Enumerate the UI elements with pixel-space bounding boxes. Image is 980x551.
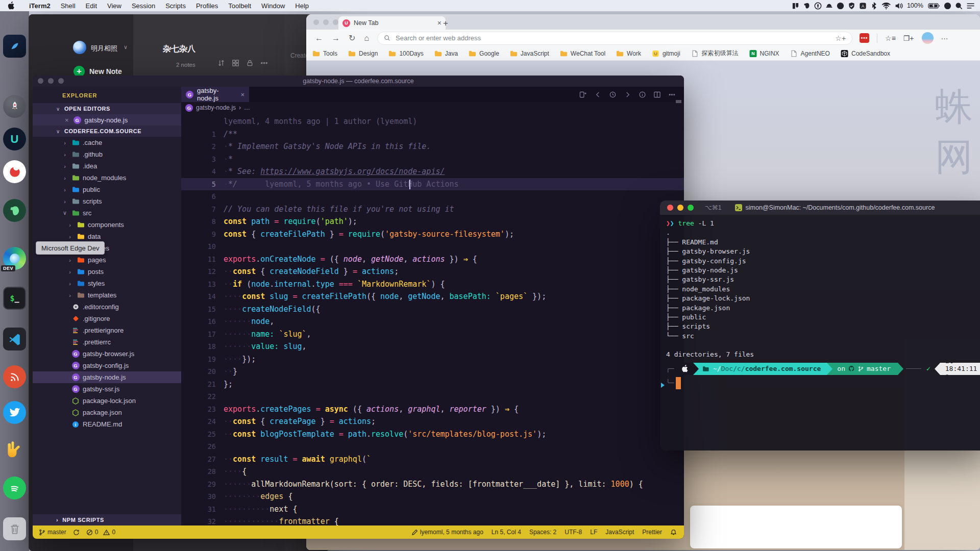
dock-launchpad-rocket[interactable]: [3, 95, 26, 118]
tree-item-package-lock.json[interactable]: package-lock.json: [33, 395, 181, 407]
menu-help[interactable]: Help: [290, 2, 314, 10]
tree-item-data[interactable]: ›data: [33, 231, 181, 242]
dock-hand-app[interactable]: [3, 438, 26, 461]
terminal-body[interactable]: ❯❯ tree -L 1 . ├── README.md├── gatsby-b…: [660, 215, 980, 450]
window-tiles-icon[interactable]: [792, 2, 799, 10]
close-icon[interactable]: ×: [65, 116, 69, 124]
breadcrumb-symbol[interactable]: …: [244, 104, 250, 111]
wifi-icon[interactable]: [881, 2, 891, 10]
grid-view-icon[interactable]: [232, 59, 239, 69]
tree-item-node_modules[interactable]: ›node_modules: [33, 172, 181, 184]
spotlight-search-icon[interactable]: [955, 2, 963, 10]
tree-item-.prettierignore[interactable]: .prettierignore: [33, 324, 181, 336]
window-minimize-button[interactable]: [323, 19, 329, 25]
volume-icon[interactable]: [895, 2, 903, 10]
browser-menu-icon[interactable]: ···: [941, 34, 948, 42]
bookmark-Google[interactable]: Google: [469, 50, 499, 57]
status-utf-8[interactable]: UTF-8: [565, 529, 582, 536]
dock-music-app[interactable]: [3, 477, 26, 499]
window-minimize-button[interactable]: [677, 205, 683, 211]
status-ln-5-col-4[interactable]: Ln 5, Col 4: [492, 529, 521, 536]
new-tab-button[interactable]: +: [443, 18, 448, 29]
bookmark-WeChat Tool[interactable]: WeChat Tool: [560, 50, 605, 57]
notes-account-avatar[interactable]: [73, 41, 86, 54]
tree-item-components[interactable]: ›components: [33, 219, 181, 231]
dock-iterm[interactable]: $_: [3, 287, 26, 310]
notification-list-icon[interactable]: [966, 2, 975, 10]
add-favorite-icon[interactable]: ☆+: [835, 34, 846, 42]
tree-item-.github[interactable]: ›.github: [33, 148, 181, 160]
address-bar[interactable]: ☆+: [377, 32, 852, 45]
dock-red-reader-app[interactable]: [3, 160, 26, 183]
git-branch-indicator[interactable]: master: [39, 529, 66, 536]
menu-session[interactable]: Session: [127, 2, 160, 10]
tree-item-.prettierrc[interactable]: .prettierrc: [33, 336, 181, 348]
tree-item-README.md[interactable]: iREADME.md: [33, 418, 181, 430]
bookmark-Work[interactable]: Work: [616, 50, 641, 57]
breadcrumb-file[interactable]: gatsby-node.js: [196, 104, 236, 111]
a-square-icon[interactable]: A: [859, 2, 867, 10]
window-close-button[interactable]: [38, 78, 43, 84]
hat-icon[interactable]: [825, 2, 833, 10]
window-close-button[interactable]: [667, 205, 673, 211]
dock-evernote[interactable]: [3, 199, 26, 222]
breadcrumb[interactable]: G gatsby-node.js › …: [181, 102, 684, 113]
bookmark-JavaScript[interactable]: JavaScript: [510, 50, 549, 57]
home-icon[interactable]: ⌂: [364, 34, 369, 43]
bookmark-AgentNEO[interactable]: AgentNEO: [790, 50, 830, 57]
menu-view[interactable]: View: [102, 2, 127, 10]
dock-dark-blue-app[interactable]: [3, 35, 26, 58]
open-editor-item[interactable]: × G gatsby-node.js: [33, 114, 181, 126]
dock-vscode[interactable]: [3, 328, 26, 350]
open-editors-section[interactable]: ∨OPEN EDITORS: [33, 103, 181, 114]
bluetooth-icon[interactable]: [870, 2, 878, 10]
tree-item-templates[interactable]: ›templates: [33, 289, 181, 301]
tree-item-.editorconfig[interactable]: .editorconfig: [33, 301, 181, 313]
more-options-icon[interactable]: [260, 59, 268, 69]
bookmark-Design[interactable]: Design: [348, 50, 378, 57]
address-input[interactable]: [395, 34, 831, 42]
info-icon[interactable]: [639, 91, 646, 98]
bookmark-探索初级算法[interactable]: 探索初级算法: [691, 49, 739, 58]
lock-icon[interactable]: [246, 59, 254, 69]
tab-close-icon[interactable]: ×: [240, 91, 244, 98]
next-icon[interactable]: [624, 91, 631, 98]
sync-icon[interactable]: [837, 2, 844, 10]
tree-item-.idea[interactable]: ›.idea: [33, 160, 181, 172]
status-spaces-2[interactable]: Spaces: 2: [529, 529, 556, 536]
dock-edge-dev[interactable]: DEV: [3, 247, 26, 270]
tree-item-gatsby-config.js[interactable]: Ggatsby-config.js: [33, 360, 181, 371]
bookmark-gitmoji[interactable]: gitmoji: [652, 50, 680, 57]
profile-avatar[interactable]: [922, 32, 934, 44]
tree-item-gatsby-browser.js[interactable]: Ggatsby-browser.js: [33, 348, 181, 360]
window-zoom-button[interactable]: [333, 19, 338, 25]
dock-twitter[interactable]: [3, 401, 26, 424]
reload-icon[interactable]: ↻: [349, 33, 355, 43]
evernote-icon[interactable]: [803, 2, 811, 10]
tree-item-scripts[interactable]: ›scripts: [33, 195, 181, 207]
menu-toolbelt[interactable]: Toolbelt: [223, 2, 256, 10]
tab-close-icon[interactable]: ×: [437, 19, 442, 27]
menu-shell[interactable]: Shell: [56, 2, 81, 10]
code-editor[interactable]: lyemoml, 4 months ago | 1 author (lyemom…: [181, 113, 684, 525]
clock-icon[interactable]: [944, 2, 951, 10]
tree-item-pages[interactable]: ›pages: [33, 254, 181, 266]
tree-item-.gitignore[interactable]: .gitignore: [33, 313, 181, 324]
open-changes-icon[interactable]: [579, 91, 587, 98]
previous-icon[interactable]: [594, 91, 602, 98]
tree-item-gatsby-ssr.js[interactable]: Ggatsby-ssr.js: [33, 383, 181, 395]
forward-icon[interactable]: →: [332, 34, 340, 43]
menu-scripts[interactable]: Scripts: [160, 2, 191, 10]
dock-utools[interactable]: U: [3, 128, 26, 151]
split-editor-icon[interactable]: [653, 91, 661, 98]
tree-item-public[interactable]: ›public: [33, 184, 181, 195]
menu-edit[interactable]: Edit: [81, 2, 102, 10]
collections-icon[interactable]: ❐+: [903, 34, 914, 42]
menu-iterm2[interactable]: iTerm2: [24, 2, 56, 10]
more-actions-icon[interactable]: [668, 91, 676, 98]
bookmark-Tools[interactable]: Tools: [312, 50, 337, 57]
status-javascript[interactable]: JavaScript: [605, 529, 634, 536]
browser-tab[interactable]: U New Tab ×: [338, 16, 446, 30]
chevron-down-icon[interactable]: ∨: [124, 44, 128, 51]
battery-charging-icon[interactable]: [928, 2, 940, 10]
